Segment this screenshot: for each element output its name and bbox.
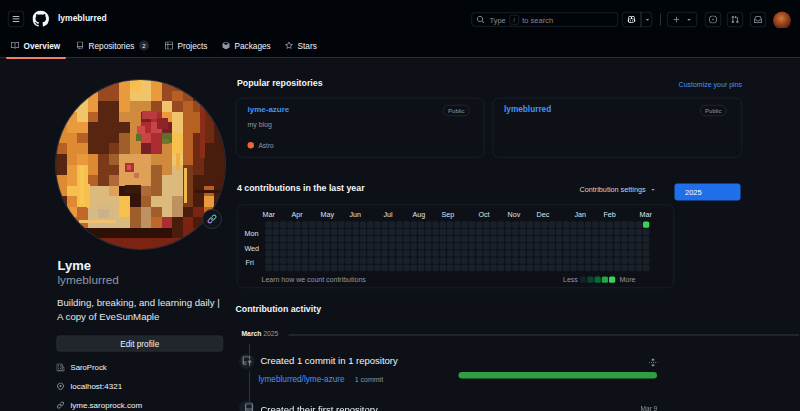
svg-text:Feb: Feb bbox=[604, 211, 616, 219]
svg-text:Mar: Mar bbox=[263, 211, 276, 219]
svg-text:More: More bbox=[620, 276, 636, 283]
svg-text:Mon: Mon bbox=[245, 230, 259, 238]
svg-text:Fri: Fri bbox=[246, 259, 255, 267]
svg-text:Oct: Oct bbox=[479, 211, 490, 219]
svg-text:Nov: Nov bbox=[508, 211, 521, 219]
svg-text:Jul: Jul bbox=[384, 211, 394, 219]
svg-text:Sep: Sep bbox=[442, 211, 455, 219]
svg-text:Jun: Jun bbox=[350, 211, 362, 219]
svg-text:Aug: Aug bbox=[413, 211, 426, 219]
svg-text:Dec: Dec bbox=[537, 211, 550, 219]
svg-text:Mar: Mar bbox=[640, 211, 653, 219]
svg-text:Apr: Apr bbox=[292, 211, 304, 219]
svg-text:Learn how we count contributio: Learn how we count contributions bbox=[262, 276, 367, 283]
svg-text:Jan: Jan bbox=[575, 211, 587, 219]
svg-text:Wed: Wed bbox=[245, 245, 260, 253]
svg-text:Less: Less bbox=[563, 276, 578, 283]
svg-text:May: May bbox=[321, 211, 335, 219]
